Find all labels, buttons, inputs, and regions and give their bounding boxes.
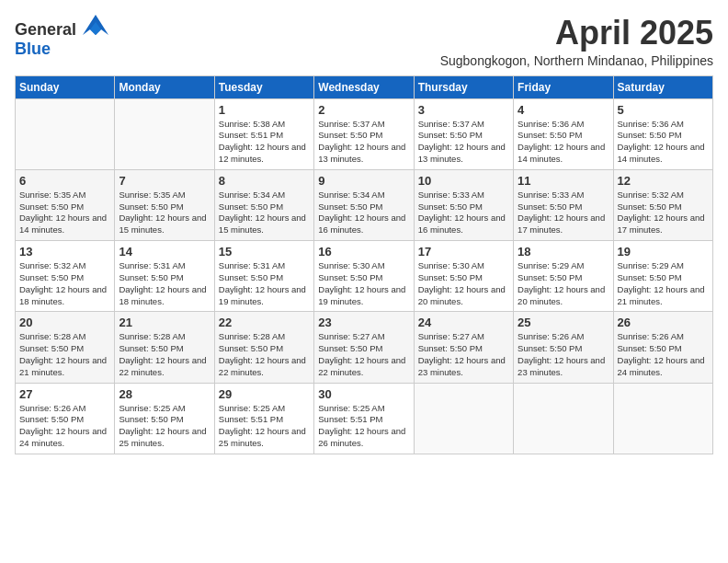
logo-bird-icon — [83, 15, 108, 35]
calendar-cell: 11Sunrise: 5:33 AMSunset: 5:50 PMDayligh… — [514, 169, 613, 240]
day-info: Sunrise: 5:34 AMSunset: 5:50 PMDaylight:… — [318, 190, 409, 236]
day-info: Sunrise: 5:35 AMSunset: 5:50 PMDaylight:… — [119, 190, 210, 236]
day-number: 8 — [219, 174, 310, 188]
calendar-cell: 6Sunrise: 5:35 AMSunset: 5:50 PMDaylight… — [16, 169, 115, 240]
day-info: Sunrise: 5:28 AMSunset: 5:50 PMDaylight:… — [19, 331, 110, 378]
calendar-cell: 24Sunrise: 5:27 AMSunset: 5:50 PMDayligh… — [414, 312, 513, 383]
weekday-header: Friday — [514, 75, 613, 98]
day-number: 15 — [219, 245, 310, 259]
logo-general: General — [15, 20, 76, 39]
day-number: 14 — [119, 245, 210, 259]
calendar-cell: 10Sunrise: 5:33 AMSunset: 5:50 PMDayligh… — [414, 169, 513, 240]
calendar-cell: 7Sunrise: 5:35 AMSunset: 5:50 PMDaylight… — [115, 169, 214, 240]
calendar-week-row: 27Sunrise: 5:26 AMSunset: 5:50 PMDayligh… — [16, 383, 713, 454]
calendar-cell: 5Sunrise: 5:36 AMSunset: 5:50 PMDaylight… — [613, 98, 712, 169]
page-title: April 2025 — [440, 15, 713, 52]
day-number: 19 — [618, 245, 709, 259]
page-header: General Blue April 2025 Sugbongkogon, No… — [15, 15, 713, 68]
day-info: Sunrise: 5:26 AMSunset: 5:50 PMDaylight:… — [518, 331, 609, 378]
day-info: Sunrise: 5:29 AMSunset: 5:50 PMDaylight:… — [618, 260, 709, 307]
calendar-cell: 22Sunrise: 5:28 AMSunset: 5:50 PMDayligh… — [214, 312, 313, 383]
calendar-week-row: 1Sunrise: 5:38 AMSunset: 5:51 PMDaylight… — [16, 98, 713, 169]
calendar-cell — [16, 98, 115, 169]
calendar-week-row: 20Sunrise: 5:28 AMSunset: 5:50 PMDayligh… — [16, 312, 713, 383]
day-number: 5 — [618, 103, 709, 117]
calendar-cell: 20Sunrise: 5:28 AMSunset: 5:50 PMDayligh… — [16, 312, 115, 383]
day-info: Sunrise: 5:25 AMSunset: 5:50 PMDaylight:… — [119, 403, 210, 450]
day-number: 3 — [418, 103, 509, 117]
day-number: 30 — [318, 387, 409, 401]
day-info: Sunrise: 5:27 AMSunset: 5:50 PMDaylight:… — [418, 331, 509, 378]
calendar-cell — [115, 98, 214, 169]
day-info: Sunrise: 5:38 AMSunset: 5:51 PMDaylight:… — [219, 119, 310, 166]
logo: General Blue — [15, 15, 108, 59]
day-number: 4 — [518, 103, 609, 117]
day-number: 20 — [19, 316, 110, 329]
day-info: Sunrise: 5:36 AMSunset: 5:50 PMDaylight:… — [618, 119, 709, 166]
day-number: 21 — [119, 316, 210, 329]
logo-blue: Blue — [15, 40, 51, 58]
day-info: Sunrise: 5:36 AMSunset: 5:50 PMDaylight:… — [518, 119, 609, 166]
day-number: 2 — [318, 103, 409, 117]
day-info: Sunrise: 5:25 AMSunset: 5:51 PMDaylight:… — [219, 403, 310, 450]
day-number: 16 — [318, 245, 409, 259]
day-number: 13 — [19, 245, 110, 259]
day-number: 22 — [219, 316, 310, 329]
calendar-cell: 27Sunrise: 5:26 AMSunset: 5:50 PMDayligh… — [16, 383, 115, 454]
calendar-cell: 1Sunrise: 5:38 AMSunset: 5:51 PMDaylight… — [214, 98, 313, 169]
day-number: 6 — [19, 174, 110, 188]
calendar-header-row: SundayMondayTuesdayWednesdayThursdayFrid… — [16, 75, 713, 98]
logo-wordmark: General Blue — [15, 15, 108, 59]
day-info: Sunrise: 5:37 AMSunset: 5:50 PMDaylight:… — [318, 119, 409, 166]
calendar-cell: 12Sunrise: 5:32 AMSunset: 5:50 PMDayligh… — [613, 169, 712, 240]
calendar-cell: 9Sunrise: 5:34 AMSunset: 5:50 PMDaylight… — [314, 169, 414, 240]
weekday-header: Saturday — [613, 75, 712, 98]
day-info: Sunrise: 5:26 AMSunset: 5:50 PMDaylight:… — [19, 403, 110, 450]
weekday-header: Sunday — [16, 75, 115, 98]
calendar-cell: 18Sunrise: 5:29 AMSunset: 5:50 PMDayligh… — [514, 241, 613, 312]
day-number: 29 — [219, 387, 310, 401]
calendar-cell: 29Sunrise: 5:25 AMSunset: 5:51 PMDayligh… — [214, 383, 313, 454]
day-info: Sunrise: 5:34 AMSunset: 5:50 PMDaylight:… — [219, 190, 310, 236]
calendar-cell: 30Sunrise: 5:25 AMSunset: 5:51 PMDayligh… — [314, 383, 414, 454]
day-info: Sunrise: 5:37 AMSunset: 5:50 PMDaylight:… — [418, 119, 509, 166]
calendar-cell: 8Sunrise: 5:34 AMSunset: 5:50 PMDaylight… — [214, 169, 313, 240]
day-number: 23 — [318, 316, 409, 329]
calendar-cell: 17Sunrise: 5:30 AMSunset: 5:50 PMDayligh… — [414, 241, 513, 312]
day-number: 28 — [119, 387, 210, 401]
day-number: 7 — [119, 174, 210, 188]
calendar-cell: 13Sunrise: 5:32 AMSunset: 5:50 PMDayligh… — [16, 241, 115, 312]
page-subtitle: Sugbongkogon, Northern Mindanao, Philipp… — [440, 53, 713, 68]
day-info: Sunrise: 5:31 AMSunset: 5:50 PMDaylight:… — [219, 260, 310, 307]
calendar-cell: 4Sunrise: 5:36 AMSunset: 5:50 PMDaylight… — [514, 98, 613, 169]
day-number: 11 — [518, 174, 609, 188]
day-info: Sunrise: 5:28 AMSunset: 5:50 PMDaylight:… — [219, 331, 310, 378]
calendar-cell: 26Sunrise: 5:26 AMSunset: 5:50 PMDayligh… — [613, 312, 712, 383]
day-number: 26 — [618, 316, 709, 329]
calendar-cell — [514, 383, 613, 454]
day-info: Sunrise: 5:33 AMSunset: 5:50 PMDaylight:… — [418, 190, 509, 236]
day-info: Sunrise: 5:25 AMSunset: 5:51 PMDaylight:… — [318, 403, 409, 450]
day-number: 12 — [618, 174, 709, 188]
calendar-cell: 23Sunrise: 5:27 AMSunset: 5:50 PMDayligh… — [314, 312, 414, 383]
calendar-cell: 2Sunrise: 5:37 AMSunset: 5:50 PMDaylight… — [314, 98, 414, 169]
day-info: Sunrise: 5:33 AMSunset: 5:50 PMDaylight:… — [518, 190, 609, 236]
day-info: Sunrise: 5:30 AMSunset: 5:50 PMDaylight:… — [418, 260, 509, 307]
day-number: 18 — [518, 245, 609, 259]
calendar-cell: 21Sunrise: 5:28 AMSunset: 5:50 PMDayligh… — [115, 312, 214, 383]
weekday-header: Thursday — [414, 75, 513, 98]
calendar-cell: 14Sunrise: 5:31 AMSunset: 5:50 PMDayligh… — [115, 241, 214, 312]
day-number: 10 — [418, 174, 509, 188]
day-number: 9 — [318, 174, 409, 188]
day-number: 1 — [219, 103, 310, 117]
calendar-table: SundayMondayTuesdayWednesdayThursdayFrid… — [15, 75, 713, 454]
day-info: Sunrise: 5:32 AMSunset: 5:50 PMDaylight:… — [19, 260, 110, 307]
calendar-week-row: 6Sunrise: 5:35 AMSunset: 5:50 PMDaylight… — [16, 169, 713, 240]
weekday-header: Monday — [115, 75, 214, 98]
day-info: Sunrise: 5:30 AMSunset: 5:50 PMDaylight:… — [318, 260, 409, 307]
weekday-header: Wednesday — [314, 75, 414, 98]
calendar-cell — [613, 383, 712, 454]
day-number: 17 — [418, 245, 509, 259]
day-info: Sunrise: 5:26 AMSunset: 5:50 PMDaylight:… — [618, 331, 709, 378]
calendar-cell — [414, 383, 513, 454]
